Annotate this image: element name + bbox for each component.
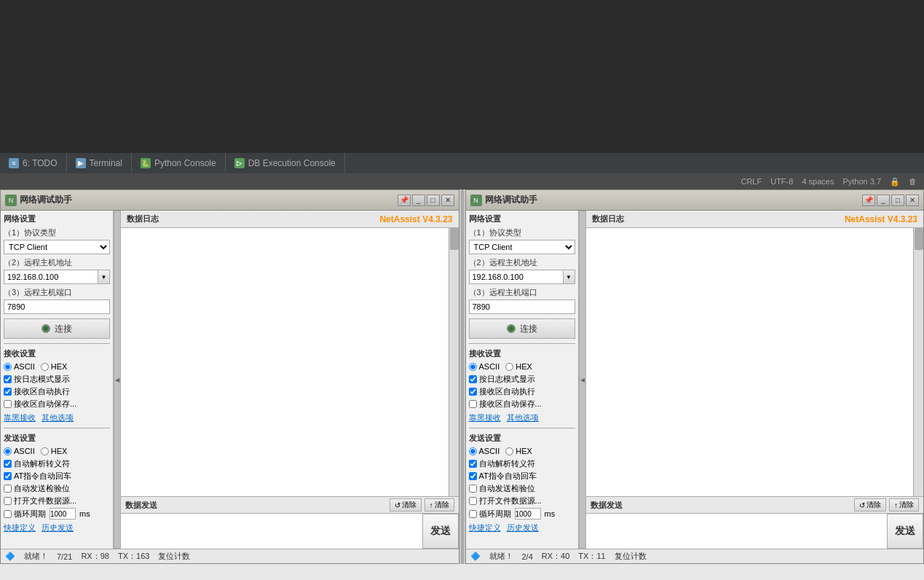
recv-cb3-input-right[interactable]	[469, 400, 477, 408]
close-button-right[interactable]: ✕	[906, 195, 919, 206]
clear-btn2-left[interactable]: ↑ 清除	[425, 498, 454, 512]
send-input-area-left: 发送	[121, 514, 459, 549]
receive-ascii-option-right[interactable]: ASCII	[469, 362, 500, 371]
tab-todo[interactable]: ≡ 6: TODO	[0, 153, 67, 173]
log-scrollbar-left[interactable]	[449, 228, 459, 496]
collapse-handle-right[interactable]: ◀	[579, 211, 586, 549]
send-cb4-input-left[interactable]	[4, 497, 12, 505]
receive-hex-option-left[interactable]: HEX	[41, 362, 68, 371]
recv-cb1-input-right[interactable]	[469, 375, 477, 383]
tab-terminal[interactable]: ▶ Terminal	[67, 153, 132, 173]
trash-icon[interactable]: 🗑	[909, 177, 917, 186]
send-cb4-right[interactable]: 打开文件数据源...	[469, 495, 575, 506]
send-cycle-input-left[interactable]	[50, 508, 76, 520]
receive-ascii-option-left[interactable]: ASCII	[4, 362, 35, 371]
send-cb2-left[interactable]: AT指令自动回车	[4, 471, 110, 482]
recv-link2-left[interactable]: 其他选项	[42, 412, 74, 423]
send-input-right[interactable]	[586, 514, 888, 549]
receive-hex-radio-right[interactable]	[505, 363, 513, 371]
send-cb5-right[interactable]: 循环周期 ms	[469, 508, 575, 520]
lock-icon: 🔒	[890, 177, 900, 187]
recv-cb3-input-left[interactable]	[4, 400, 12, 408]
send-cb1-input-right[interactable]	[469, 460, 477, 468]
receive-hex-option-right[interactable]: HEX	[505, 362, 532, 371]
minimize-button-left[interactable]: _	[412, 195, 425, 206]
send-cb2-input-right[interactable]	[469, 472, 477, 480]
clear-btn1-left[interactable]: ↺ 清除	[390, 498, 422, 512]
send-ascii-radio-left[interactable]	[4, 447, 12, 455]
send-ascii-option-right[interactable]: ASCII	[469, 447, 500, 455]
receive-ascii-radio-right[interactable]	[469, 363, 477, 371]
recv-link1-left[interactable]: 靠黑接收	[4, 412, 36, 423]
send-cb1-left[interactable]: 自动解析转义符	[4, 458, 110, 469]
recv-cb2-left[interactable]: 接收区自动执行	[4, 386, 110, 397]
send-cb2-right[interactable]: AT指令自动回车	[469, 471, 575, 482]
send-cb4-left[interactable]: 打开文件数据源...	[4, 495, 110, 506]
send-hex-radio-right[interactable]	[505, 447, 513, 455]
recv-link1-right[interactable]: 靠黑接收	[469, 412, 501, 423]
send-cb5-input-left[interactable]	[4, 510, 12, 518]
connect-button-left[interactable]: 连接	[4, 318, 110, 339]
send-hex-radio-left[interactable]	[41, 447, 49, 455]
window-divider[interactable]	[461, 189, 464, 564]
send-cb2-input-left[interactable]	[4, 472, 12, 480]
host-arrow-right[interactable]: ▼	[564, 270, 575, 284]
recv-cb2-input-left[interactable]	[4, 388, 12, 396]
host-input-right[interactable]	[469, 270, 564, 284]
receive-ascii-radio-left[interactable]	[4, 363, 12, 371]
connect-button-right[interactable]: 连接	[469, 318, 575, 339]
clear-btn1-right[interactable]: ↺ 清除	[854, 498, 886, 512]
close-button-left[interactable]: ✕	[441, 195, 454, 206]
send-hex-option-left[interactable]: HEX	[41, 447, 68, 455]
pin-button-left[interactable]: 📌	[398, 195, 411, 206]
send-link1-left[interactable]: 快捷定义	[4, 522, 36, 533]
window-titlebar-right: N 网络调试助手 📌 _ □ ✕	[466, 190, 924, 211]
recv-cb1-right[interactable]: 按日志模式显示	[469, 374, 575, 385]
tab-python[interactable]: 🐍 Python Console	[132, 153, 226, 173]
maximize-button-left[interactable]: □	[427, 195, 440, 206]
log-scrollbar-right[interactable]	[913, 228, 923, 496]
receive-hex-radio-left[interactable]	[41, 363, 49, 371]
minimize-button-right[interactable]: _	[877, 195, 890, 206]
send-link1-right[interactable]: 快捷定义	[469, 522, 501, 533]
window-title-right: 网络调试助手	[485, 194, 537, 206]
send-input-left[interactable]	[121, 514, 422, 549]
recv-cb1-input-left[interactable]	[4, 375, 12, 383]
send-cb1-input-left[interactable]	[4, 460, 12, 468]
collapse-handle-left[interactable]: ◀	[114, 211, 121, 549]
recv-link2-right[interactable]: 其他选项	[507, 412, 539, 423]
send-ascii-option-left[interactable]: ASCII	[4, 447, 35, 455]
send-link2-left[interactable]: 历史发送	[42, 522, 74, 533]
recv-cb2-input-right[interactable]	[469, 388, 477, 396]
port-input-right[interactable]	[469, 299, 575, 314]
send-button-left[interactable]: 发送	[422, 514, 459, 549]
send-cycle-input-right[interactable]	[515, 508, 541, 520]
send-cb4-input-right[interactable]	[469, 497, 477, 505]
send-cb5-left[interactable]: 循环周期 ms	[4, 508, 110, 520]
recv-cb3-left[interactable]: 接收区自动保存...	[4, 399, 110, 409]
recv-cb3-right[interactable]: 接收区自动保存...	[469, 399, 575, 409]
send-cb3-left[interactable]: 自动发送检验位	[4, 483, 110, 494]
protocol-select-right[interactable]: TCP Client TCP Server UDP	[469, 240, 575, 254]
clear-btn2-right[interactable]: ↑ 清除	[889, 498, 919, 512]
tab-db[interactable]: ▷ DB Execution Console	[226, 153, 345, 173]
send-link2-right[interactable]: 历史发送	[507, 522, 539, 533]
brand-left: NetAssist V4.3.23	[379, 214, 452, 224]
send-cb3-right[interactable]: 自动发送检验位	[469, 483, 575, 494]
pin-button-right[interactable]: 📌	[862, 195, 875, 206]
send-hex-option-right[interactable]: HEX	[505, 447, 532, 455]
recv-cb2-right[interactable]: 接收区自动执行	[469, 386, 575, 397]
window-titlebar-left: N 网络调试助手 📌 _ □ ✕	[1, 190, 459, 211]
recv-cb1-left[interactable]: 按日志模式显示	[4, 374, 110, 385]
host-input-left[interactable]	[4, 270, 98, 284]
host-arrow-left[interactable]: ▼	[98, 270, 110, 284]
send-cb3-input-left[interactable]	[4, 485, 12, 493]
port-input-left[interactable]	[4, 299, 110, 314]
maximize-button-right[interactable]: □	[891, 195, 904, 206]
send-cb1-right[interactable]: 自动解析转义符	[469, 458, 575, 469]
send-ascii-radio-right[interactable]	[469, 447, 477, 455]
send-cb3-input-right[interactable]	[469, 485, 477, 493]
protocol-select-left[interactable]: TCP Client TCP Server UDP	[4, 240, 110, 254]
send-button-right[interactable]: 发送	[887, 514, 923, 549]
send-cb5-input-right[interactable]	[469, 510, 477, 518]
